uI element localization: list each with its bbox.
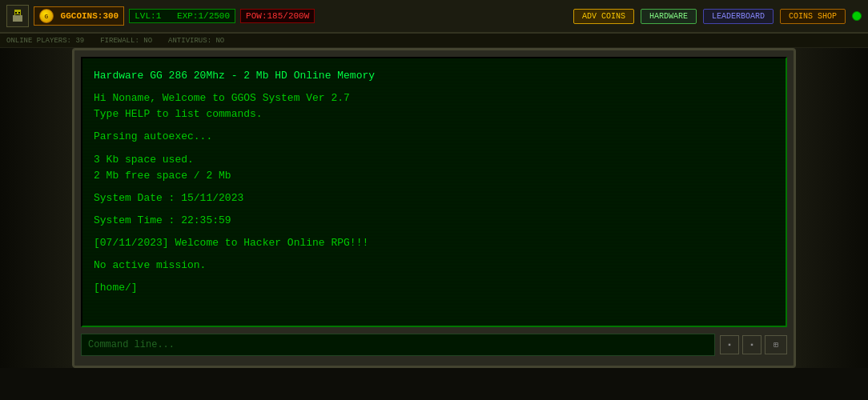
firewall-status: FIREWALL: NO [100, 37, 152, 45]
avatar [6, 5, 29, 27]
svg-rect-2 [15, 12, 17, 14]
online-players-status: ONLINE PLAYERS: 39 [6, 37, 84, 45]
cmd-buttons: ▪ ▪ ⊞ [720, 335, 787, 354]
xp-display: LVL:1 EXP:1/2500 [129, 9, 235, 23]
online-status-dot [852, 11, 862, 21]
terminal-line-empty-6 [94, 146, 774, 152]
pow-display: POW:185/200W [240, 9, 315, 23]
terminal-container: Hardware GG 286 20Mhz - 2 Mb HD Online M… [72, 48, 796, 368]
terminal-line-18: [home/] [94, 280, 774, 296]
terminal-line-16: No active mission. [94, 258, 774, 274]
hardware-button[interactable]: HARDWARE [641, 9, 697, 24]
terminal-line-10: System Date : 15/11/2023 [94, 190, 774, 206]
bottom-area [0, 368, 868, 400]
left-decoration [0, 48, 76, 368]
cmd-btn-3[interactable]: ⊞ [765, 335, 787, 354]
terminal-line-5: Parsing autoexec... [94, 129, 774, 145]
topbar: G GGCOINS:300 LVL:1 EXP:1/2500 POW:185/2… [0, 0, 868, 34]
ggcoins-label: GGCOINS:300 [61, 11, 119, 21]
ggcoins-display: G GGCOINS:300 [34, 6, 124, 26]
svg-rect-4 [15, 14, 20, 15]
svg-rect-3 [18, 12, 20, 14]
terminal-line-empty-17 [94, 274, 774, 280]
pow-label: POW:185/200W [246, 11, 309, 21]
lvl-label: LVL:1 [135, 11, 161, 21]
command-bar: ▪ ▪ ⊞ [81, 330, 787, 359]
topbar-nav: ADV COINS HARDWARE LEADERBOARD COINS SHO… [573, 9, 862, 24]
terminal-line-3: Type HELP to list commands. [94, 106, 774, 122]
exp-label: EXP:1/2500 [177, 11, 230, 21]
adv-coins-button[interactable]: ADV COINS [573, 9, 634, 24]
terminal-line-empty-15 [94, 251, 774, 258]
terminal-line-8: 2 Mb free space / 2 Mb [94, 168, 774, 184]
leaderboard-button[interactable]: LEADERBOARD [703, 9, 774, 24]
terminal-screen: Hardware GG 286 20Mhz - 2 Mb HD Online M… [81, 57, 787, 327]
antivirus-status: ANTIVIRUS: NO [168, 37, 224, 45]
terminal-line-2: Hi Noname, Welcome to GGOS System Ver 2.… [94, 90, 774, 106]
coins-shop-button[interactable]: COINS SHOP [780, 9, 846, 24]
statusbar: ONLINE PLAYERS: 39 FIREWALL: NO ANTIVIRU… [0, 34, 868, 48]
cmd-btn-1[interactable]: ▪ [720, 335, 739, 354]
cmd-btn-2[interactable]: ▪ [742, 335, 762, 354]
svg-rect-1 [13, 15, 22, 22]
terminal-line-empty-9 [94, 184, 774, 190]
coin-icon: G [39, 9, 54, 23]
terminal-output: Hardware GG 286 20Mhz - 2 Mb HD Online M… [94, 68, 774, 297]
terminal-line-12: System Time : 22:35:59 [94, 213, 774, 229]
right-decoration [792, 48, 868, 368]
terminal-line-14: [07/11/2023] Welcome to Hacker Online RP… [94, 235, 774, 251]
terminal-line-empty-11 [94, 206, 774, 213]
terminal-line-empty-4 [94, 122, 774, 129]
command-input[interactable] [81, 334, 715, 356]
terminal-line-empty-1 [94, 84, 774, 90]
terminal-line-0: Hardware GG 286 20Mhz - 2 Mb HD Online M… [94, 68, 774, 84]
terminal-line-7: 3 Kb space used. [94, 152, 774, 168]
terminal-line-empty-13 [94, 229, 774, 235]
